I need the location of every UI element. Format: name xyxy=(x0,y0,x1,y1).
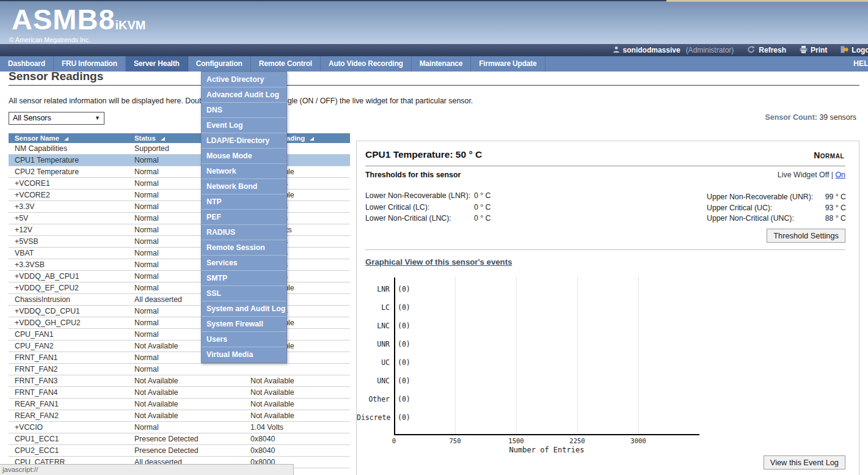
menu-item-ssl[interactable]: SSL xyxy=(202,286,286,301)
table-row[interactable]: REAR_FAN1Not AvailableNot Available xyxy=(9,399,350,410)
threshold-row: Lower Non-Critical (LNC):0 ° C xyxy=(365,214,491,226)
menu-item-network[interactable]: Network xyxy=(202,164,286,179)
menu-item-ntp[interactable]: NTP xyxy=(202,194,286,210)
logout-icon xyxy=(841,46,848,55)
chart-gridline xyxy=(638,277,639,434)
cell-sensor-name: +VDDQ_AB_CPU1 xyxy=(9,271,134,282)
cell-sensor-name: VBAT xyxy=(9,248,134,259)
live-widget-separator: | xyxy=(829,171,835,179)
chart-gridline xyxy=(577,277,578,434)
divider xyxy=(365,166,845,166)
threshold-settings-button[interactable]: Threshold Settings xyxy=(767,229,845,243)
threshold-label: Lower Non-Critical (LNC): xyxy=(365,214,474,223)
chart-x-tick: 3000 xyxy=(620,437,657,444)
column-header-label: Status xyxy=(134,134,156,142)
column-header-label: Sensor Name xyxy=(15,134,59,142)
cell-sensor-name: FRNT_FAN3 xyxy=(9,375,134,386)
cell-sensor-name: NM Capabilities xyxy=(9,143,134,154)
menu-item-radius[interactable]: RADIUS xyxy=(202,225,286,240)
sensor-status-badge: Normal xyxy=(814,150,844,160)
menu-item-mouse-mode[interactable]: Mouse Mode xyxy=(202,149,286,164)
username: sonidodmassive xyxy=(623,46,680,54)
chart-category-count: (0) xyxy=(398,377,410,386)
live-widget-off[interactable]: Off xyxy=(819,171,829,179)
menu-item-services[interactable]: Services xyxy=(202,256,286,271)
table-row[interactable]: CPU1 TemperatureNormal50 ° C xyxy=(9,155,350,166)
chart-x-axis xyxy=(394,434,699,435)
menu-item-dns[interactable]: DNS xyxy=(202,103,286,118)
menu-item-event-log[interactable]: Event Log xyxy=(202,118,286,133)
menu-item-smtp[interactable]: SMTP xyxy=(202,271,286,286)
menu-item-network-bond[interactable]: Network Bond xyxy=(202,179,286,194)
table-row[interactable]: +VCORE1Normal1.784 Volts xyxy=(9,178,350,190)
print-button[interactable]: Print xyxy=(800,46,827,55)
table-row[interactable]: CPU2 TemperatureNormalNot Available xyxy=(9,166,350,178)
table-row[interactable]: +3.3VNormal3.264 Volts xyxy=(9,201,350,213)
table-row[interactable]: +VCCIONormal1.04 Volts xyxy=(9,422,350,433)
threshold-label: Upper Non-Critical (UNC): xyxy=(707,214,794,225)
graph-heading-link[interactable]: Graphical View of this sensor's events xyxy=(365,257,512,267)
sensor-events-chart: Number of Entries 0750150022503000LNR(0)… xyxy=(357,277,821,460)
cell-status: Presence Detected xyxy=(134,433,250,444)
table-row[interactable]: FRNT_FAN2Normal xyxy=(9,364,350,375)
cell-sensor-name: +5V xyxy=(9,213,134,224)
cell-sensor-name: ChassisIntrusion xyxy=(9,294,134,305)
header-banner: ASMB8iKVM © American Megatrends Inc. xyxy=(0,0,868,44)
menu-item-system-firewall[interactable]: System Firewall xyxy=(202,317,286,332)
menu-item-pef[interactable]: PEF xyxy=(202,210,286,225)
thresholds-heading: Thresholds for this sensor xyxy=(365,171,461,179)
chart-x-tick: 2250 xyxy=(559,437,596,444)
menu-item-system-and-audit-log[interactable]: System and Audit Log xyxy=(202,301,286,317)
threshold-label: Lower Non-Recoverable (LNR): xyxy=(365,191,474,200)
live-widget-label: Live Widget xyxy=(778,171,817,179)
cell-current-reading: 0x8040 xyxy=(250,445,350,456)
table-row[interactable]: CPU1_ECC1Presence Detected0x8040 xyxy=(9,433,350,445)
table-row[interactable]: +5VSBNormal5.070 Volts xyxy=(9,236,350,248)
table-row[interactable]: FRNT_FAN4Not AvailableNot Available xyxy=(9,387,350,399)
table-row[interactable]: FRNT_FAN3Not AvailableNot Available xyxy=(9,375,350,387)
menu-item-ldap-e-directory[interactable]: LDAP/E-Directory xyxy=(202,133,286,149)
chart-category-count: (0) xyxy=(398,358,410,368)
table-row[interactable]: CPU2_ECC1Presence Detected0x8040 xyxy=(9,445,350,457)
table-row[interactable]: +5VNormal5.044 Volts xyxy=(9,213,350,224)
refresh-button[interactable]: Refresh xyxy=(747,46,786,55)
table-row[interactable]: VBATNormal3.068 Volts xyxy=(9,248,350,259)
table-row[interactable]: +VDDQ_GH_CPU2NormalNot Available xyxy=(9,317,350,329)
table-row[interactable]: +12VNormal12.096 Volts xyxy=(9,224,350,236)
live-widget-on[interactable]: On xyxy=(835,171,845,179)
sensor-detail-panel: CPU1 Temperature: 50 ° C Normal Threshol… xyxy=(356,141,859,475)
sort-icon[interactable] xyxy=(310,137,314,141)
threshold-value: 93 ° C xyxy=(825,204,846,215)
cell-current-reading: 1.04 Volts xyxy=(250,422,350,433)
table-row[interactable]: NM CapabilitiesSupported xyxy=(9,143,350,155)
sensor-filter-select[interactable]: All Sensors ▼ xyxy=(9,112,104,125)
table-row[interactable]: +3.3VSBNormal3.332 Volts xyxy=(9,259,350,271)
logout-button[interactable]: Logout xyxy=(841,46,868,55)
table-row[interactable]: REAR_FAN2Not AvailableNot Available xyxy=(9,410,350,422)
table-row[interactable]: ChassisIntrusionAll deasserted xyxy=(9,294,350,306)
menu-item-advanced-audit-log[interactable]: Advanced Audit Log xyxy=(202,87,286,103)
threshold-label: Upper Non-Recoverable (UNR): xyxy=(707,193,813,204)
menu-item-active-directory[interactable]: Active Directory xyxy=(202,72,286,87)
column-header-sensor-name[interactable]: Sensor Name xyxy=(9,133,134,143)
view-event-log-button[interactable]: View this Event Log xyxy=(764,455,845,469)
chart-category-count: (0) xyxy=(398,303,410,313)
table-row[interactable]: +VDDQ_EF_CPU2NormalNot Available xyxy=(9,282,350,294)
threshold-label: Upper Critical (UC): xyxy=(707,204,772,215)
table-row[interactable]: CPU_FAN2Not AvailableNot Available xyxy=(9,341,350,352)
refresh-label: Refresh xyxy=(759,46,786,54)
table-row[interactable]: +VDDQ_AB_CPU1Normal1.216 Volts xyxy=(9,271,350,282)
table-row[interactable]: +VCORE2NormalNot Available xyxy=(9,190,350,201)
sort-icon[interactable] xyxy=(161,137,165,141)
menu-item-remote-session[interactable]: Remote Session xyxy=(202,240,286,256)
table-row[interactable]: +VDDQ_CD_CPU1Normal1.216 Volts xyxy=(9,306,350,317)
sort-icon[interactable] xyxy=(64,137,68,141)
cell-sensor-name: +3.3V xyxy=(9,201,134,212)
user-icon xyxy=(613,46,620,55)
table-row[interactable]: FRNT_FAN1Normal xyxy=(9,352,350,364)
chart-category-count: (0) xyxy=(398,322,410,331)
menu-item-users[interactable]: Users xyxy=(202,332,286,347)
menu-item-virtual-media[interactable]: Virtual Media xyxy=(202,347,286,363)
table-row[interactable]: CPU_FAN1Normal xyxy=(9,329,350,341)
cell-status: Not Available xyxy=(134,375,250,386)
